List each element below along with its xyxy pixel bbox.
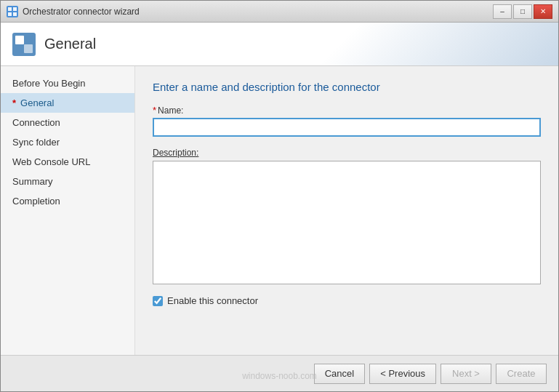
footer: Cancel < Previous Next > Create windows-…	[1, 355, 558, 391]
form-title: Enter a name and description for the con…	[153, 81, 541, 93]
name-input[interactable]	[153, 118, 541, 137]
description-label-text: Description:	[153, 148, 198, 158]
cancel-button[interactable]: Cancel	[314, 364, 365, 384]
window-title: Orchestrator connector wizard	[23, 7, 140, 17]
sidebar-item-summary[interactable]: Summary	[1, 172, 134, 191]
sidebar-label-sync-folder: Sync folder	[12, 137, 60, 148]
sidebar-item-sync-folder[interactable]: Sync folder	[1, 132, 134, 152]
sidebar-item-before-you-begin[interactable]: Before You Begin	[1, 73, 134, 93]
sidebar-label-web-console-url: Web Console URL	[12, 156, 90, 167]
svg-rect-3	[13, 12, 17, 16]
svg-rect-2	[8, 12, 12, 16]
header-band: General	[1, 23, 558, 66]
svg-rect-0	[8, 7, 12, 11]
sidebar-label-before-you-begin: Before You Begin	[12, 78, 85, 89]
name-label: Name:	[158, 105, 183, 116]
title-bar-left: Orchestrator connector wizard	[7, 6, 140, 17]
sidebar-item-web-console-url[interactable]: Web Console URL	[1, 152, 134, 172]
create-button[interactable]: Create	[496, 364, 547, 384]
main-window: Orchestrator connector wizard – □ ✕ Gene…	[0, 0, 559, 392]
form-area: Enter a name and description for the con…	[135, 66, 558, 355]
title-bar: Orchestrator connector wizard – □ ✕	[1, 1, 558, 23]
sidebar-label-completion: Completion	[12, 196, 60, 207]
description-label: Description:	[153, 148, 198, 158]
main-content: Before You Begin * General Connection Sy…	[1, 66, 558, 355]
title-bar-buttons: – □ ✕	[493, 4, 552, 19]
previous-button[interactable]: < Previous	[369, 364, 436, 384]
sidebar-label-summary: Summary	[12, 176, 53, 187]
svg-rect-1	[13, 7, 17, 11]
minimize-button[interactable]: –	[493, 4, 512, 19]
maximize-button[interactable]: □	[513, 4, 532, 19]
header-title: General	[44, 36, 96, 52]
header-icon	[12, 33, 36, 56]
close-button[interactable]: ✕	[534, 4, 552, 19]
sidebar-label-general: General	[20, 97, 54, 108]
sidebar-item-general[interactable]: * General	[1, 93, 134, 113]
sidebar-item-completion[interactable]: Completion	[1, 191, 134, 211]
app-icon	[7, 6, 18, 17]
enable-checkbox[interactable]	[153, 296, 163, 306]
sidebar: Before You Begin * General Connection Sy…	[1, 66, 135, 355]
watermark: windows-noob.com	[242, 371, 317, 381]
enable-checkbox-row: Enable this connector	[153, 295, 541, 306]
sidebar-item-connection[interactable]: Connection	[1, 113, 134, 132]
sidebar-label-connection: Connection	[12, 117, 60, 128]
next-button[interactable]: Next >	[441, 364, 491, 384]
description-textarea[interactable]	[153, 161, 541, 284]
required-asterisk-general: *	[12, 97, 16, 108]
name-required-mark: *	[153, 105, 156, 116]
enable-checkbox-label[interactable]: Enable this connector	[167, 295, 258, 306]
